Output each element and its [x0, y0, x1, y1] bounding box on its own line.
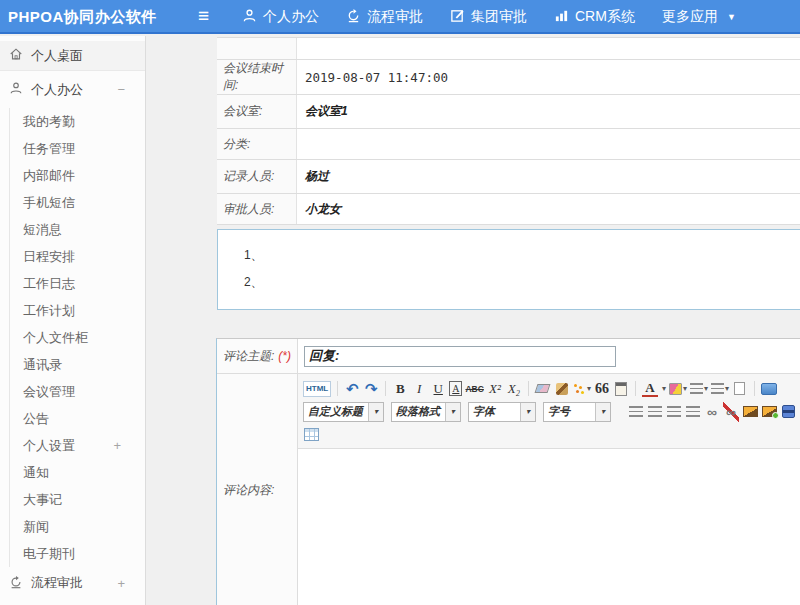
format-brush-button[interactable] [554, 379, 570, 399]
sidebar-item-label: 个人桌面 [31, 47, 83, 65]
remove-link-button[interactable]: ∞ [723, 402, 739, 422]
collapse-icon[interactable]: − [117, 82, 125, 97]
sidebar-item-schedule[interactable]: 日程安排 [10, 243, 145, 270]
sidebar-item-internal-mail[interactable]: 内部邮件 [10, 162, 145, 189]
sidebar-item-news[interactable]: 新闻 [10, 513, 145, 540]
caret-down-icon[interactable]: ▾ [662, 384, 666, 393]
blockquote-button[interactable]: 66 [594, 379, 610, 399]
font-style-button[interactable]: A [449, 381, 462, 396]
sidebar-item-label: 流程审批 [31, 574, 83, 592]
insert-image-button[interactable] [742, 402, 758, 422]
auto-format-button[interactable]: ▾ [573, 379, 591, 399]
align-center-icon [648, 406, 662, 417]
editor-content-area[interactable] [298, 449, 800, 605]
sidebar-item-e-journal[interactable]: 电子期刊 [10, 540, 145, 567]
sidebar-item-notice[interactable]: 通知 [10, 459, 145, 486]
align-center-button[interactable] [647, 402, 663, 422]
table-row [217, 37, 800, 59]
paragraph-format-select[interactable]: 段落格式▾ [391, 402, 461, 422]
meeting-content-box: 1、 2、 [217, 229, 800, 310]
font-color-button[interactable]: A [642, 381, 658, 397]
rich-text-editor: HTML ↶ ↷ B I U A ABC X² X₂ ▾ 66 [298, 374, 800, 605]
table-row-category: 分类: [217, 128, 800, 159]
insert-link-button[interactable]: ∞ [704, 402, 720, 422]
image-add-icon [762, 406, 777, 417]
subscript-button[interactable]: X₂ [506, 379, 522, 399]
cycle-icon [346, 8, 361, 26]
sidebar-item-announcement[interactable]: 公告 [10, 405, 145, 432]
field-value: 小龙女 [297, 194, 800, 224]
field-label: 评论内容: [217, 374, 298, 605]
paste-button[interactable] [613, 379, 629, 399]
ordered-list-icon [690, 383, 703, 394]
sidebar-item-personal-settings[interactable]: 个人设置+ [10, 432, 145, 459]
expand-icon[interactable]: + [117, 576, 125, 591]
nav-workflow-approval[interactable]: 流程审批 [346, 8, 423, 26]
sidebar-item-contacts[interactable]: 通讯录 [10, 351, 145, 378]
superscript-button[interactable]: X² [487, 379, 503, 399]
field-label: 评论主题: (*) [217, 339, 298, 373]
divider [754, 381, 755, 396]
insert-table-button[interactable] [303, 425, 319, 445]
field-label: 分类: [217, 129, 297, 159]
sidebar-item-file-cabinet[interactable]: 个人文件柜 [10, 324, 145, 351]
caret-down-icon: ▾ [725, 384, 729, 393]
clipboard-icon [615, 382, 627, 396]
sidebar-item-short-message[interactable]: 短消息 [10, 216, 145, 243]
sidebar-item-work-plan[interactable]: 工作计划 [10, 297, 145, 324]
meeting-detail-table: 会议结束时间: 2019-08-07 11:47:00 会议室: 会议室1 分类… [217, 37, 800, 225]
italic-button[interactable]: I [411, 379, 427, 399]
media-icon [782, 405, 795, 418]
sidebar-item-tasks[interactable]: 任务管理 [10, 135, 145, 162]
caret-down-icon: ▾ [368, 403, 383, 421]
topbar: PHPOA协同办公软件 ≡ 个人办公 流程审批 集团审批 CRM系统 更多应用 … [0, 0, 800, 34]
insert-media-button[interactable] [780, 402, 796, 422]
eraser-button[interactable] [535, 379, 551, 399]
font-family-select[interactable]: 字体▾ [468, 402, 536, 422]
sidebar-item-mobile-sms[interactable]: 手机短信 [10, 189, 145, 216]
nav-group-approval[interactable]: 集团审批 [450, 8, 527, 26]
highlight-button[interactable]: ▾ [669, 379, 687, 399]
sidebar-item-workflow-approval[interactable]: 流程审批 + [0, 567, 145, 599]
sidebar-item-attendance[interactable]: 我的考勤 [10, 108, 145, 135]
justify-button[interactable] [685, 402, 701, 422]
nav-crm[interactable]: CRM系统 [554, 8, 635, 26]
sidebar-item-personal-office[interactable]: 个人办公 − [0, 71, 145, 108]
nav-personal-office[interactable]: 个人办公 [242, 8, 319, 26]
redo-icon[interactable]: ↷ [363, 379, 379, 399]
unordered-list-button[interactable]: ▾ [711, 379, 729, 399]
fullscreen-button[interactable] [761, 379, 777, 399]
html-source-button[interactable]: HTML [303, 381, 331, 397]
hamburger-menu-icon[interactable]: ≡ [198, 5, 209, 27]
nav-more-apps[interactable]: 更多应用 ▼ [662, 8, 736, 26]
brush-icon [556, 383, 568, 395]
content-line: 2、 [244, 269, 800, 296]
sidebar-item-work-log[interactable]: 工作日志 [10, 270, 145, 297]
new-document-button[interactable] [732, 379, 748, 399]
sidebar: 个人桌面 个人办公 − 我的考勤 任务管理 内部邮件 手机短信 短消息 日程安排… [0, 36, 146, 605]
highlighter-icon [669, 383, 682, 395]
undo-icon[interactable]: ↶ [344, 379, 360, 399]
expand-icon[interactable]: + [113, 438, 121, 453]
font-size-select[interactable]: 字号▾ [543, 402, 611, 422]
sidebar-item-desktop[interactable]: 个人桌面 [0, 41, 145, 71]
bold-button[interactable]: B [392, 379, 408, 399]
ordered-list-button[interactable]: ▾ [690, 379, 708, 399]
nav-label: 更多应用 [662, 8, 718, 26]
strikethrough-button[interactable]: ABC [465, 379, 483, 399]
heading-style-select[interactable]: 自定义标题▾ [303, 402, 384, 422]
monitor-icon [761, 383, 777, 395]
sidebar-item-events[interactable]: 大事记 [10, 486, 145, 513]
caret-down-icon: ▼ [727, 12, 736, 22]
table-row-approver: 审批人员: 小龙女 [217, 193, 800, 225]
align-right-button[interactable] [666, 402, 682, 422]
field-label [217, 38, 297, 59]
caret-down-icon: ▾ [683, 384, 687, 393]
sidebar-item-meeting-management[interactable]: 会议管理 [10, 378, 145, 405]
table-row-recorder: 记录人员: 杨过 [217, 159, 800, 193]
comment-subject-input[interactable] [304, 346, 616, 367]
underline-button[interactable]: U [430, 379, 446, 399]
eraser-icon [535, 384, 551, 393]
align-left-button[interactable] [628, 402, 644, 422]
upload-image-button[interactable] [761, 402, 777, 422]
